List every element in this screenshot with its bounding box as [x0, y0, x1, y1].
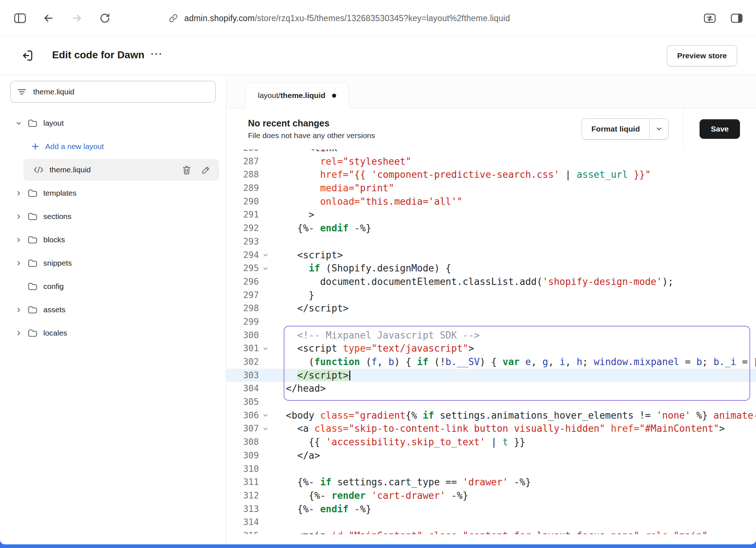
exit-code-editor-icon[interactable] [20, 49, 34, 62]
file-search-box[interactable] [10, 81, 216, 103]
address-bar[interactable]: admin.shopify.com/store/rzq1xu-f5/themes… [168, 0, 510, 36]
file-row-surface[interactable]: theme.liquid [23, 159, 219, 181]
editor-info-bar: No recent changes File does not have any… [226, 108, 756, 150]
folder-icon [28, 282, 38, 291]
add-new-layout-button[interactable]: Add a new layout [0, 135, 226, 158]
fold-spacer [259, 302, 272, 315]
folder-icon [28, 329, 38, 337]
code-line-302[interactable]: 302 (function (f, b) { if (!b.__SV) { va… [226, 355, 756, 369]
sidebar-folder-assets[interactable]: assets [0, 298, 226, 321]
sidebar-folder-config[interactable]: config [0, 275, 226, 298]
code-line-289[interactable]: 289 media="print" [226, 181, 756, 195]
code-line-286[interactable]: 286 <link [226, 149, 756, 155]
line-number: 286 [226, 149, 259, 155]
sidebar-folder-blocks[interactable]: blocks [0, 228, 226, 251]
browser-extensions-icon[interactable] [704, 13, 716, 23]
code-line-308[interactable]: 308 {{ 'accessibility.skip_to_text' | t … [226, 435, 756, 449]
folder-icon [28, 306, 38, 314]
delete-file-icon[interactable] [182, 165, 191, 175]
line-number: 296 [226, 275, 259, 289]
reload-icon[interactable] [99, 12, 111, 24]
code-line-301[interactable]: 301 <script type="text/javascript"> [226, 342, 756, 355]
code-line-311[interactable]: 311 {%- if settings.cart_type == 'drawer… [226, 475, 756, 489]
code-line-293[interactable]: 293 [226, 235, 756, 248]
code-line-291[interactable]: 291 > [226, 208, 756, 222]
fold-toggle-icon[interactable] [259, 342, 272, 355]
sidebar-file-theme.liquid[interactable]: theme.liquid [0, 158, 226, 181]
more-actions-button[interactable]: ⋯ [150, 46, 162, 61]
folder-icon [28, 212, 38, 221]
rename-file-icon[interactable] [201, 165, 210, 175]
line-number: 307 [226, 422, 259, 435]
code-line-304[interactable]: 304</head> [226, 382, 756, 395]
code-line-306[interactable]: 306<body class="gradient{% if settings.a… [226, 409, 756, 422]
code-text [272, 235, 286, 248]
code-line-288[interactable]: 288 href="{{ 'component-predictive-searc… [226, 168, 756, 181]
chevron-right-icon [15, 330, 22, 336]
code-line-309[interactable]: 309 </a> [226, 449, 756, 462]
code-line-312[interactable]: 312 {%- render 'cart-drawer' -%} [226, 489, 756, 502]
code-editor[interactable]: 286 <link287 rel="stylesheet"288 href="{… [226, 149, 756, 534]
fold-spacer [259, 168, 272, 181]
line-number: 298 [226, 302, 259, 315]
fold-toggle-icon[interactable] [259, 262, 272, 275]
code-line-303[interactable]: 303 </script> [226, 369, 756, 382]
fold-toggle-icon[interactable] [259, 422, 272, 435]
code-line-296[interactable]: 296 document.documentElement.classList.a… [226, 275, 756, 289]
fold-spacer [259, 149, 272, 155]
line-number: 309 [226, 449, 259, 462]
sidebar-folder-templates[interactable]: templates [0, 181, 226, 205]
code-line-290[interactable]: 290 onload="this.media='all'" [226, 195, 756, 208]
preview-store-button[interactable]: Preview store [667, 45, 737, 66]
format-dropdown-toggle[interactable] [649, 119, 668, 139]
code-line-287[interactable]: 287 rel="stylesheet" [226, 155, 756, 168]
back-icon[interactable] [42, 12, 55, 24]
code-line-310[interactable]: 310 [226, 462, 756, 476]
code-line-299[interactable]: 299 [226, 315, 756, 329]
page-title: Edit code for Dawn [52, 49, 145, 61]
action-label: Add a new layout [45, 142, 104, 151]
code-text: </script> [272, 302, 349, 315]
code-line-295[interactable]: 295 if (Shopify.designMode) { [226, 262, 756, 275]
sidebar-folder-sections[interactable]: sections [0, 205, 226, 228]
code-line-315[interactable]: 315 <main id="MainContent" class="conten… [226, 529, 756, 534]
code-text: onload="this.media='all'" [272, 195, 462, 208]
tab-theme-liquid[interactable]: layout/theme.liquid [245, 83, 349, 108]
fold-toggle-icon[interactable] [259, 409, 272, 422]
fold-toggle-icon[interactable] [259, 248, 272, 262]
chevron-right-icon [15, 191, 22, 196]
sidebar-folder-layout[interactable]: layout [0, 111, 226, 135]
code-text [272, 315, 286, 329]
code-file-icon [34, 166, 44, 173]
forward-icon[interactable] [71, 12, 83, 24]
code-text: {%- endif -%} [272, 222, 371, 235]
fold-spacer [259, 475, 272, 489]
code-line-292[interactable]: 292 {%- endif -%} [226, 222, 756, 235]
code-line-307[interactable]: 307 <a class="skip-to-content-link butto… [226, 422, 756, 435]
line-number: 311 [226, 475, 259, 489]
line-number: 291 [226, 208, 259, 222]
browser-chrome: admin.shopify.com/store/rzq1xu-f5/themes… [0, 0, 756, 37]
sidebar-folder-locales[interactable]: locales [0, 321, 226, 345]
code-text: href="{{ 'component-predictive-search.cs… [272, 168, 651, 181]
plus-icon [31, 142, 39, 150]
folder-icon [28, 119, 38, 128]
code-line-294[interactable]: 294 <script> [226, 248, 756, 262]
search-input[interactable] [32, 87, 209, 97]
save-button[interactable]: Save [700, 119, 740, 139]
code-line-305[interactable]: 305 [226, 395, 756, 409]
line-number: 294 [226, 248, 259, 262]
code-line-298[interactable]: 298 </script> [226, 302, 756, 315]
sidebar-toggle-icon[interactable] [14, 13, 26, 24]
format-liquid-button[interactable]: Format liquid [582, 118, 669, 140]
code-line-313[interactable]: 313 {%- endif -%} [226, 502, 756, 516]
code-line-314[interactable]: 314 [226, 516, 756, 529]
code-text [272, 395, 286, 409]
sidebar-panel-icon[interactable] [731, 13, 743, 23]
sidebar-folder-snippets[interactable]: snippets [0, 251, 226, 275]
fold-spacer [259, 516, 272, 529]
fold-spacer [259, 181, 272, 195]
editor-tab-bar: layout/theme.liquid [226, 75, 756, 108]
code-line-297[interactable]: 297 } [226, 289, 756, 302]
code-line-300[interactable]: 300 <!-- Mixpanel Javascript SDK --> [226, 329, 756, 342]
